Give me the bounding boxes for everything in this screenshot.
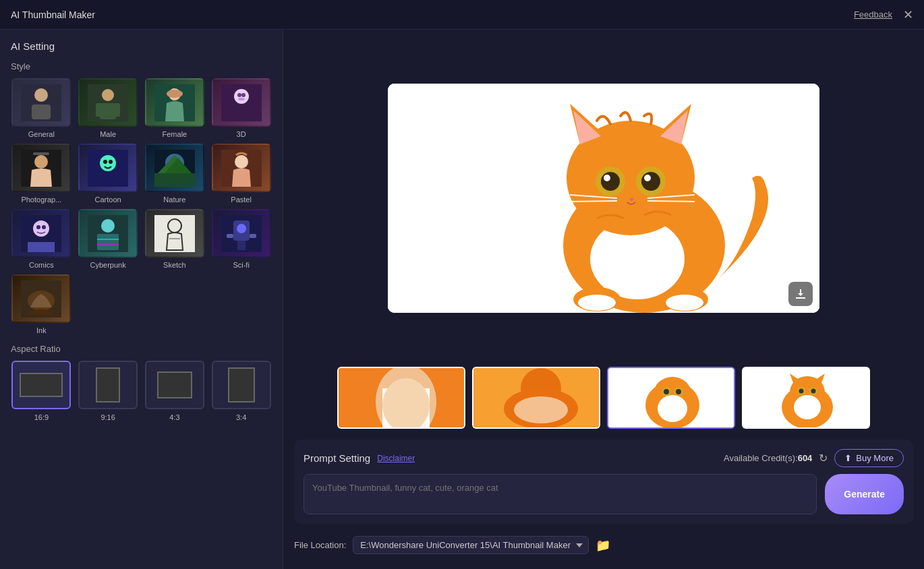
svg-rect-40 [154, 215, 195, 252]
svg-point-1 [34, 88, 48, 102]
app-title: AI Thumbnail Maker [11, 9, 95, 20]
titlebar: AI Thumbnail Maker Feedback ✕ [0, 0, 924, 30]
style-item-sketch[interactable]: Sketch [144, 209, 206, 269]
style-thumb-general [11, 78, 71, 127]
svg-point-98 [811, 389, 816, 394]
svg-point-61 [601, 172, 620, 191]
svg-marker-34 [28, 242, 55, 252]
style-item-comics[interactable]: Comics [11, 209, 72, 269]
style-label-pastel: Pastel [231, 196, 252, 204]
style-item-general[interactable]: General [11, 78, 72, 138]
svg-rect-18 [33, 152, 49, 155]
svg-rect-37 [97, 234, 119, 250]
aspect-label-9-16: 9:16 [100, 413, 115, 421]
style-thumb-sketch [145, 209, 204, 258]
aspect-item-16-9[interactable]: 16:9 [11, 361, 72, 421]
style-label-ink: Ink [36, 326, 47, 334]
style-thumb-nature [145, 144, 204, 192]
style-item-scifi[interactable]: Sci-fi [210, 209, 272, 269]
left-panel: AI Setting Style General M [0, 30, 283, 569]
svg-rect-7 [115, 103, 120, 117]
aspect-label-16-9: 16:9 [34, 413, 49, 421]
style-item-3d[interactable]: 3D [210, 78, 272, 138]
svg-point-14 [241, 93, 246, 97]
style-label-scifi: Sci-fi [233, 261, 249, 269]
style-item-photograph[interactable]: Photograp... [11, 144, 72, 204]
svg-rect-24 [154, 173, 195, 187]
svg-point-72 [578, 295, 616, 311]
file-location-select[interactable]: E:\Wondershare UniConverter 15\AI Thumbn… [353, 536, 589, 554]
credits-count: 604 [798, 453, 813, 463]
svg-rect-2 [32, 104, 51, 119]
thumbnail-item-3[interactable] [607, 367, 735, 429]
feedback-link[interactable]: Feedback [854, 9, 892, 20]
prompt-title: Prompt Setting [304, 452, 370, 464]
style-label-photograph: Photograp... [21, 196, 61, 204]
buy-more-button[interactable]: ⬆ Buy More [834, 449, 904, 467]
svg-point-33 [42, 225, 46, 229]
prompt-section: Prompt Setting Disclaimer Available Cred… [294, 440, 913, 524]
aspect-ratio-label: Aspect Ratio [11, 344, 272, 354]
style-item-ink[interactable]: Ink [11, 274, 72, 334]
svg-point-63 [604, 175, 610, 181]
style-thumb-pastel [212, 144, 271, 192]
svg-point-62 [641, 172, 660, 191]
svg-point-12 [234, 89, 249, 104]
aspect-thumb-3-4 [212, 361, 271, 409]
main-preview [388, 84, 819, 313]
style-thumb-male [78, 78, 138, 127]
disclaimer-link[interactable]: Disclaimer [377, 454, 415, 463]
aspect-thumb-16-9 [11, 361, 71, 409]
main-preview-image [388, 84, 819, 313]
svg-rect-46 [237, 241, 246, 250]
style-item-cyberpunk[interactable]: Cyberpunk [78, 209, 139, 269]
style-label-3d: 3D [237, 130, 246, 138]
titlebar-right: Feedback ✕ [854, 9, 913, 21]
svg-point-22 [109, 160, 113, 164]
aspect-item-9-16[interactable]: 9:16 [78, 361, 139, 421]
svg-point-13 [237, 93, 241, 97]
style-item-nature[interactable]: Nature [144, 144, 206, 204]
svg-point-15 [238, 98, 245, 100]
thumbnail-item-2[interactable] [472, 367, 600, 429]
credits-label: Available Credit(s):604 [724, 453, 812, 463]
svg-point-31 [33, 220, 49, 237]
prompt-header: Prompt Setting Disclaimer Available Cred… [304, 449, 904, 467]
thumbnail-item-4[interactable] [742, 367, 870, 429]
close-button[interactable]: ✕ [903, 9, 913, 21]
style-item-cartoon[interactable]: Cartoon [78, 144, 139, 204]
refresh-icon[interactable]: ↻ [819, 452, 828, 465]
aspect-thumb-9-16 [78, 361, 138, 409]
thumbnail-strip [294, 364, 913, 431]
ai-setting-title: AI Setting [11, 40, 272, 52]
style-item-male[interactable]: Male [78, 78, 139, 138]
svg-line-69 [647, 201, 695, 202]
preview-download-button[interactable] [788, 282, 813, 306]
preview-area [294, 40, 913, 356]
style-thumb-ink [11, 274, 71, 323]
aspect-thumb-4-3 [145, 361, 204, 409]
thumbnail-item-1[interactable] [337, 367, 465, 429]
upload-icon: ⬆ [844, 453, 852, 463]
aspect-label-4-3: 4:3 [169, 413, 179, 421]
style-label-sketch: Sketch [163, 261, 186, 269]
svg-point-36 [101, 219, 115, 233]
svg-point-81 [514, 396, 568, 423]
style-thumb-cyberpunk [78, 209, 138, 258]
aspect-ratio-section: Aspect Ratio 16:9 9:16 [11, 344, 272, 421]
svg-point-73 [666, 295, 703, 311]
prompt-input[interactable] [304, 474, 817, 514]
file-location-label: File Location: [294, 540, 346, 550]
style-item-pastel[interactable]: Pastel [210, 144, 272, 204]
style-thumb-comics [11, 209, 71, 258]
style-thumb-photograph [11, 144, 71, 192]
folder-icon[interactable]: 📁 [596, 538, 610, 553]
generate-button[interactable]: Generate [825, 474, 904, 514]
aspect-item-4-3[interactable]: 4:3 [144, 361, 206, 421]
style-label-comics: Comics [29, 261, 54, 269]
aspect-item-3-4[interactable]: 3:4 [210, 361, 272, 421]
svg-point-99 [794, 395, 821, 419]
svg-rect-48 [250, 234, 256, 238]
prompt-title-row: Prompt Setting Disclaimer [304, 452, 415, 464]
style-item-female[interactable]: Female [144, 78, 206, 138]
